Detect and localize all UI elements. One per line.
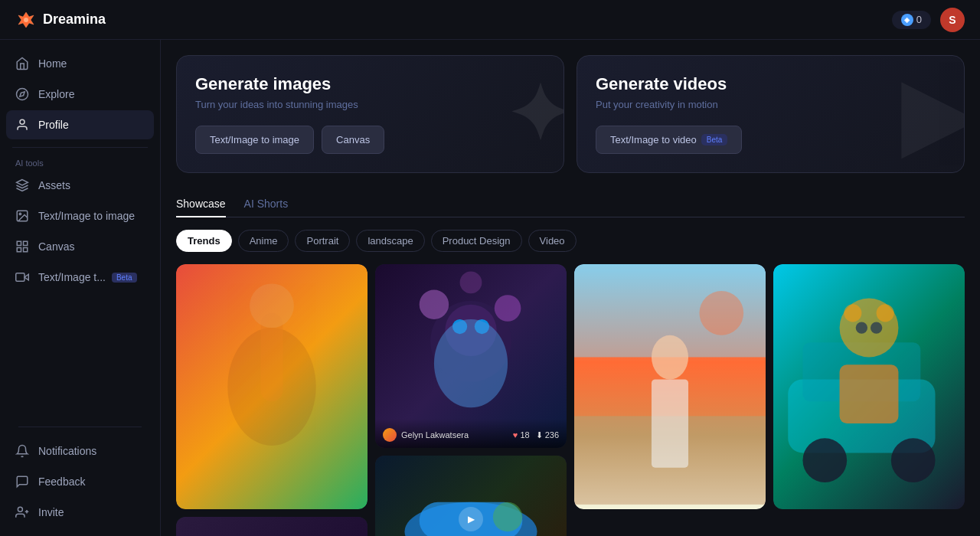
svg-point-3: [20, 119, 24, 124]
assets-label: Assets: [38, 179, 70, 191]
text-image-to-image-button[interactable]: Text/Image to image: [195, 126, 314, 154]
image-card-giraffe[interactable]: [176, 264, 368, 509]
compass-icon: [15, 87, 29, 101]
generate-images-card: ✦ Generate images Turn your ideas into s…: [176, 55, 564, 173]
svg-rect-10: [24, 248, 28, 252]
sidebar-item-text-image[interactable]: Text/Image to image: [6, 201, 154, 230]
sidebar-item-feedback[interactable]: Feedback: [6, 467, 154, 496]
image-woman-beach: [574, 264, 766, 509]
credits-count: 0: [916, 14, 922, 25]
text-video-label: Text/Image t...: [38, 271, 106, 283]
credits-badge[interactable]: ◈ 0: [892, 11, 931, 29]
filter-anime[interactable]: Anime: [238, 230, 289, 252]
svg-point-44: [871, 322, 882, 333]
notifications-label: Notifications: [38, 445, 96, 457]
svg-rect-8: [24, 241, 28, 245]
generate-videos-subtitle: Put your creativity in motion: [596, 99, 946, 110]
filter-chips: Trends Anime Portrait landscape Product …: [176, 230, 965, 252]
image-cat-car: [773, 264, 965, 509]
svg-point-41: [844, 304, 861, 322]
user-avatar-small: [383, 428, 397, 442]
anime-overlay: Gelyn Lakwatsera ♥ 18 ⬇ 236: [375, 419, 567, 448]
svg-point-24: [420, 289, 449, 319]
woman-decoration: [574, 264, 766, 509]
svg-point-42: [877, 304, 894, 322]
grid-col-2: Gelyn Lakwatsera ♥ 18 ⬇ 236: [375, 264, 567, 536]
image-card-anime-girl[interactable]: Gelyn Lakwatsera ♥ 18 ⬇ 236: [375, 264, 567, 448]
sidebar-item-notifications[interactable]: Notifications: [6, 436, 154, 466]
sidebar-tools-nav: Assets Text/Image to image Canvas Te: [0, 171, 160, 292]
bell-icon: [15, 444, 29, 458]
generate-images-buttons: Text/Image to image Canvas: [195, 126, 545, 154]
image-user-info: Gelyn Lakwatsera: [383, 428, 469, 442]
sidebar-divider-2: [18, 427, 142, 427]
sidebar-item-invite[interactable]: Invite: [6, 498, 154, 527]
sidebar-item-assets[interactable]: Assets: [6, 171, 154, 200]
svg-rect-35: [652, 379, 688, 467]
sidebar-item-canvas[interactable]: Canvas: [6, 232, 154, 261]
sidebar-nav: Home Explore Profile: [0, 49, 160, 139]
text-image-to-video-label: Text/Image to video: [610, 134, 697, 145]
profile-label: Profile: [38, 119, 69, 131]
filter-trends[interactable]: Trends: [176, 230, 232, 252]
sidebar-item-home[interactable]: Home: [6, 49, 154, 78]
explore-label: Explore: [38, 88, 74, 100]
header-right: ◈ 0 S: [892, 8, 965, 32]
logo-icon: [15, 9, 37, 31]
canvas-button[interactable]: Canvas: [322, 126, 384, 154]
svg-point-23: [434, 319, 508, 407]
grid-col-3: [574, 264, 766, 536]
image-icon: [15, 209, 29, 223]
svg-point-39: [891, 438, 936, 482]
filter-portrait[interactable]: Portrait: [295, 230, 350, 252]
filter-video[interactable]: Video: [528, 230, 577, 252]
app-name: Dreamina: [43, 11, 106, 28]
image-card-woman-beach[interactable]: [574, 264, 766, 509]
sidebar-divider-1: [12, 147, 148, 148]
download-icon: ⬇: [536, 430, 543, 440]
giraffe-decoration: [176, 264, 368, 509]
svg-point-29: [493, 502, 522, 531]
text-video-item: Text/Image t... Beta: [38, 271, 137, 283]
image-portrait-small: [176, 517, 368, 536]
cat-car-decoration: [773, 264, 965, 509]
generate-images-subtitle: Turn your ideas into stunning images: [195, 99, 545, 110]
image-card-cat-car[interactable]: [773, 264, 965, 509]
image-username: Gelyn Lakwatsera: [401, 430, 469, 440]
heart-icon: ♥: [513, 430, 518, 440]
svg-point-34: [652, 335, 688, 380]
filter-product-design[interactable]: Product Design: [431, 230, 522, 252]
image-card-shoe[interactable]: ▶: [375, 456, 567, 536]
tab-ai-shorts[interactable]: AI Shorts: [244, 191, 289, 217]
sidebar-item-text-video[interactable]: Text/Image t... Beta: [6, 263, 154, 292]
filter-landscape[interactable]: landscape: [356, 230, 424, 252]
showcase-tabs: Showcase AI Shorts: [176, 191, 965, 217]
svg-point-26: [460, 271, 482, 293]
sidebar-item-explore[interactable]: Explore: [6, 80, 154, 109]
image-card-portrait-small[interactable]: [176, 517, 368, 536]
svg-point-38: [802, 438, 847, 482]
user-avatar[interactable]: S: [940, 8, 965, 32]
likes-stat: ♥ 18: [513, 430, 530, 440]
tab-showcase[interactable]: Showcase: [176, 191, 226, 217]
svg-point-31: [699, 291, 743, 335]
sidebar-item-profile[interactable]: Profile: [6, 110, 154, 139]
canvas-icon: [15, 240, 29, 253]
play-button[interactable]: ▶: [459, 507, 483, 531]
svg-rect-45: [840, 364, 899, 423]
svg-point-25: [495, 295, 521, 322]
image-giraffe: [176, 264, 368, 509]
svg-point-13: [18, 507, 22, 511]
hero-cards: ✦ Generate images Turn your ideas into s…: [176, 55, 965, 173]
grid-col-4: [773, 264, 965, 536]
svg-rect-7: [17, 241, 21, 245]
layers-icon: [15, 178, 29, 192]
app-header: Dreamina ◈ 0 S: [0, 0, 980, 40]
generate-videos-title: Generate videos: [596, 74, 946, 94]
sidebar-bottom: Notifications Feedback Invite: [0, 419, 160, 527]
grid-col-1: [176, 264, 368, 536]
image-grid: Gelyn Lakwatsera ♥ 18 ⬇ 236: [176, 264, 965, 536]
text-image-to-video-button[interactable]: Text/Image to video Beta: [596, 126, 742, 154]
logo[interactable]: Dreamina: [15, 9, 106, 31]
downloads-stat: ⬇ 236: [536, 430, 559, 440]
